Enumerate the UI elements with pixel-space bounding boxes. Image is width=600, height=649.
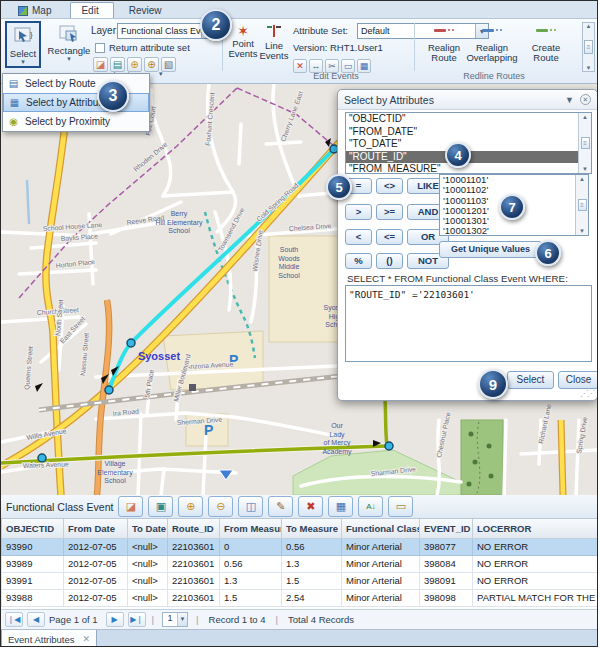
operator-button-<>[interactable]: <> xyxy=(376,178,403,194)
column-header-route_id[interactable]: Route_ID xyxy=(168,519,220,538)
attribute-grid: OBJECTIDFrom DateTo DateRoute_IDFrom Mea… xyxy=(1,519,598,609)
pan-to-selection-icon[interactable]: ⊕ xyxy=(144,57,159,72)
dialog-collapse-icon[interactable]: ▼ xyxy=(565,95,574,105)
pan-to-selection-button[interactable]: ⊖ xyxy=(208,496,233,517)
attribute-set-label: Attribute Set: xyxy=(293,25,348,36)
menu-item-select-by-proximity[interactable]: ◉Select by Proximity xyxy=(3,112,149,131)
scroll-up-icon[interactable]: ▲ xyxy=(586,23,592,29)
get-unique-values-button[interactable]: Get Unique Values xyxy=(439,241,542,258)
total-records-label: Total 4 Records xyxy=(288,614,354,625)
attribute-toolbar: Functional Class Event ◪▣⊕⊖◫✎✖▦A↓▭ xyxy=(1,495,598,519)
callout-2: 2 xyxy=(200,9,232,41)
tab-close-icon[interactable]: ✕ xyxy=(82,634,90,644)
field-list[interactable]: "OBJECTID""FROM_DATE""TO_DATE""ROUTE_ID"… xyxy=(345,112,592,174)
map-tab-icon xyxy=(18,6,28,16)
field-item[interactable]: "FROM_MEASURE" xyxy=(346,163,591,174)
column-header-functional-class[interactable]: Functional Class xyxy=(342,519,420,538)
zoom-to-selection-button[interactable]: ⊕ xyxy=(178,496,203,517)
edit-selected-button[interactable]: ✎ xyxy=(268,496,293,517)
operator-button-()[interactable]: () xyxy=(376,253,403,269)
attribute-set-button[interactable]: ▦ xyxy=(328,496,353,517)
clear-selection-icon[interactable]: ◪ xyxy=(93,57,108,72)
attribute-panel: Functional Class Event ◪▣⊕⊖◫✎✖▦A↓▭ OBJEC… xyxy=(1,495,598,647)
event-attributes-tab[interactable]: Event Attributes ✕ xyxy=(1,630,97,647)
scroll-thumb[interactable]: ≡ xyxy=(584,40,593,54)
layer-value: Functional Class Event xyxy=(118,26,201,36)
field-item[interactable]: "FROM_DATE" xyxy=(346,126,591,139)
operator-button-%[interactable]: % xyxy=(345,253,372,269)
operator-button-<=[interactable]: <= xyxy=(376,229,403,245)
save-results-button[interactable]: ◫ xyxy=(238,496,263,517)
column-header-to-date[interactable]: To Date xyxy=(128,519,168,538)
realign-overlapping-button[interactable]: RealignOverlapping xyxy=(469,25,515,73)
last-page-button[interactable]: ▶❘ xyxy=(128,612,146,627)
app-window: MapEditReview } Select ▾ Rectangle ▾ Lay… xyxy=(0,0,598,647)
operator-button->[interactable]: > xyxy=(345,204,372,220)
select-menu: ▤Select by Route▦Select by Attributes◉Se… xyxy=(2,73,150,132)
field-item[interactable]: "OBJECTID" xyxy=(346,113,591,126)
column-header-locerror[interactable]: LOCERROR xyxy=(473,519,599,538)
column-header-objectid[interactable]: OBJECTID xyxy=(2,519,64,538)
switch-selection-button[interactable]: ▣ xyxy=(148,496,173,517)
column-header-to-measure[interactable]: To Measure xyxy=(282,519,342,538)
tab-map[interactable]: Map xyxy=(7,2,66,18)
select-button[interactable]: } Select ▾ xyxy=(5,21,41,68)
realign-overlapping-button-icon xyxy=(482,25,502,35)
value-list-scrollbar[interactable]: ▲≡▼ xyxy=(575,175,588,235)
delete-selected-button[interactable]: ✖ xyxy=(298,496,323,517)
dialog-select-button[interactable]: Select xyxy=(507,371,554,389)
dialog-close-button[interactable]: Close xyxy=(558,371,598,389)
next-page-button[interactable]: ▶ xyxy=(106,612,124,627)
first-page-button[interactable]: ❘◀ xyxy=(5,612,23,627)
resize-grip[interactable]: ⋰⋰ xyxy=(580,389,594,398)
tab-edit[interactable]: Edit xyxy=(70,2,113,18)
create-route-button-icon xyxy=(536,25,556,35)
table-row[interactable]: 939882012-07-05<null>221036011.52.54Mino… xyxy=(2,589,599,606)
realign-route-button[interactable]: RealignRoute xyxy=(421,25,467,73)
attribute-table-title: Functional Class Event xyxy=(6,501,113,513)
open-form-button[interactable]: ▭ xyxy=(388,496,413,517)
select-by-attributes-icon: ▦ xyxy=(8,97,21,108)
sort-records-button[interactable]: A↓ xyxy=(358,496,383,517)
column-header-event_id[interactable]: EVENT_ID xyxy=(420,519,473,538)
create-route-button[interactable]: CreateRoute xyxy=(523,25,569,73)
column-header-from-date[interactable]: From Date xyxy=(64,519,128,538)
select-by-proximity-icon: ◉ xyxy=(7,116,20,127)
page-number-select[interactable]: 1▼ xyxy=(162,612,188,627)
panel-tabs: Event Attributes ✕ xyxy=(1,629,598,647)
ribbon-scrollbar[interactable]: ▲ ≡ ▼ xyxy=(582,22,595,72)
point-events-button[interactable]: ✶ Point Events xyxy=(228,23,258,75)
version-label: Version: RHT1.User1 xyxy=(293,42,383,53)
clear-selection-button[interactable]: ◪ xyxy=(118,496,143,517)
return-attribute-set-checkbox[interactable] xyxy=(95,43,105,53)
redline-group-label: Redline Routes xyxy=(419,71,569,81)
prev-page-button[interactable]: ◀ xyxy=(27,612,45,627)
operator-button->=[interactable]: >= xyxy=(376,204,403,220)
where-clause-input[interactable]: "ROUTE_ID" ='22103601' xyxy=(345,285,592,362)
table-row[interactable]: 939892012-07-05<null>221036010.561.3Mino… xyxy=(2,555,599,572)
line-events-label: Line Events xyxy=(259,41,289,61)
column-header-from-measure[interactable]: From Measure xyxy=(220,519,282,538)
tab-review[interactable]: Review xyxy=(118,2,177,18)
zoom-to-selection-icon[interactable]: ⊕ xyxy=(127,57,142,72)
return-attribute-set-label: Return attribute set xyxy=(109,42,190,53)
value-item[interactable]: '10001302' xyxy=(440,226,588,236)
point-events-label: Point Events xyxy=(228,39,258,59)
page-select-caret-icon: ▼ xyxy=(177,613,187,626)
selection-options-icon[interactable]: ▧ xyxy=(161,57,176,72)
pagination-bar: ❘◀ ◀ Page 1 of 1 ▶ ▶❘ | 1▼ | Record 1 to… xyxy=(1,609,598,629)
table-row[interactable]: 939912012-07-05<null>221036011.31.5Minor… xyxy=(2,572,599,589)
callout-7: 7 xyxy=(499,194,525,220)
realign-route-button-icon xyxy=(434,25,454,35)
line-events-button[interactable]: Line Events xyxy=(259,23,289,75)
scroll-down-icon[interactable]: ▼ xyxy=(586,65,592,71)
selection-list-icon[interactable]: ▤ xyxy=(110,57,125,72)
operator-button-<[interactable]: < xyxy=(345,229,372,245)
rectangle-button[interactable]: Rectangle ▾ xyxy=(47,24,91,68)
table-row[interactable]: 939902012-07-05<null>2210360100.56Minor … xyxy=(2,538,599,555)
dialog-close-icon[interactable]: ✕ xyxy=(580,94,591,105)
dialog-titlebar[interactable]: Select by Attributes ▼ ✕ xyxy=(338,90,597,110)
dialog-title: Select by Attributes xyxy=(344,94,434,106)
selection-tools: ◪▤⊕⊕▧ xyxy=(93,54,178,72)
field-list-scrollbar[interactable]: ▲≡▼ xyxy=(578,113,591,173)
